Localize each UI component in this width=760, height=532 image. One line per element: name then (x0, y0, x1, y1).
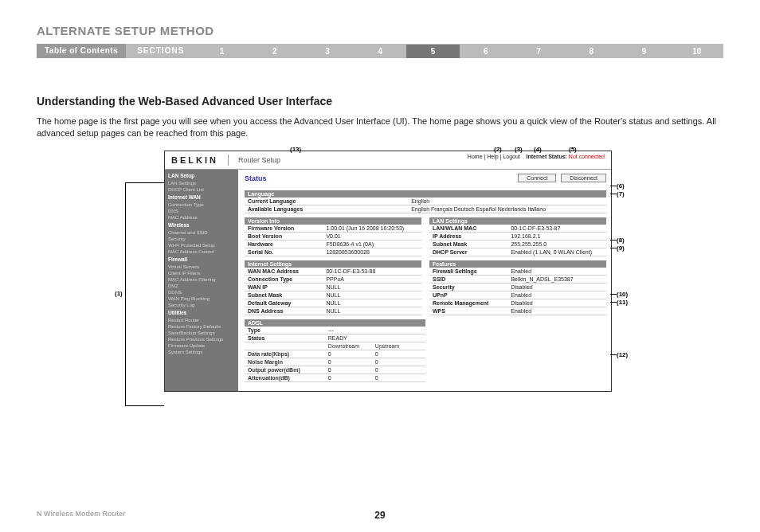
brand-logo: BELKIN (171, 155, 218, 165)
section-header: Language (245, 190, 606, 198)
sidebar-item[interactable]: Restore Factory Defaults (165, 323, 238, 330)
section-features: FeaturesFirewall SettingsEnabledSSIDBelk… (429, 260, 606, 315)
router-header: BELKIN Router Setup Home | Help | Logout… (165, 151, 611, 170)
sidebar-item[interactable]: Client IP Filters (165, 270, 238, 276)
connect-button[interactable]: Connect (518, 174, 556, 182)
sidebar-item[interactable]: Virtual Servers (165, 264, 238, 270)
nav-section-9[interactable]: 9 (617, 45, 670, 58)
table-row: StatusREADY (245, 334, 425, 342)
internet-status-value: Not connected (569, 154, 605, 159)
callout-9: (9) (617, 244, 625, 252)
sidebar-heading: Internet WAN (165, 193, 238, 201)
table-row: HardwareF5D8636-4 v1 (0A) (245, 241, 421, 248)
section-header: Features (429, 260, 606, 268)
body-text: The home page is the first page you will… (37, 115, 723, 139)
section-header: Internet Settings (245, 260, 421, 268)
section-language: LanguageCurrent LanguageEnglishAvailable… (245, 190, 606, 213)
table-row: Firewall SettingsEnabled (429, 268, 606, 276)
sidebar-heading: LAN Setup (165, 171, 238, 180)
router-content: Status Connect Disconnect LanguageCurren… (238, 170, 611, 391)
sidebar-heading: Utilities (165, 308, 238, 317)
table-row: Subnet Mask255.255.255.0 (429, 241, 606, 248)
nav-section-10[interactable]: 10 (671, 45, 723, 58)
footer-product: N Wireless Modem Router (37, 510, 125, 518)
internet-status-label: Internet Status: (527, 154, 567, 159)
table-row: DNS AddressNULL (245, 307, 421, 315)
table-row: DHCP ServerEnabled (1 LAN, 0 WLAN Client… (429, 248, 606, 256)
callout-1: (1) (115, 290, 123, 297)
nav-section-3[interactable]: 3 (301, 45, 354, 58)
section-lan-settings: LAN SettingsLAN/WLAN MAC00-1C-DF-E3-53-8… (429, 217, 606, 256)
table-row: Subnet MaskNULL (245, 291, 421, 299)
sidebar-item[interactable]: DNS (165, 208, 238, 214)
nav-numbers: 12345678910 (195, 44, 723, 58)
table-row: Firmware Version1.00.01 (Jun 16 2008 16:… (245, 225, 421, 233)
table-row: UPnPEnabled (429, 291, 606, 299)
disconnect-button[interactable]: Disconnect (561, 174, 606, 182)
sidebar-item[interactable]: LAN Settings (165, 180, 238, 186)
callout-11: (11) (617, 299, 628, 306)
table-row: SecurityDisabled (429, 284, 606, 291)
divider (228, 155, 229, 166)
table-row: WAN IPNULL (245, 284, 421, 291)
sidebar-item[interactable]: Connection Type (165, 201, 238, 208)
sidebar-item[interactable]: Wi-Fi Protected Setup (165, 242, 238, 248)
sidebar-item[interactable]: MAC Address Filtering (165, 276, 238, 283)
table-row: Type--- (245, 327, 425, 334)
table-row: Data rate(Kbps)00 (245, 350, 425, 358)
section-version-info: Version InfoFirmware Version1.00.01 (Jun… (245, 217, 421, 256)
nav-section-4[interactable]: 4 (354, 45, 406, 58)
sidebar-item[interactable]: Restore Previous Settings (165, 336, 238, 342)
table-row: WAN MAC Address00-1C-DF-E3-53-88 (245, 268, 421, 276)
sidebar-item[interactable]: Firmware Update (165, 342, 238, 349)
table-row: Current LanguageEnglish (245, 198, 606, 205)
nav-section-1[interactable]: 1 (195, 45, 248, 58)
sidebar-item[interactable]: Restart Router (165, 317, 238, 323)
table-row: Default GatewayNULL (245, 299, 421, 307)
table-row: SSIDBelkin_N_ADSL_E35387 (429, 276, 606, 284)
table-row: Serial No.12820853600028 (245, 248, 421, 256)
subsection-heading: Understanding the Web-Based Advanced Use… (37, 95, 723, 108)
sidebar-heading: Wireless (165, 221, 238, 229)
nav-section-2[interactable]: 2 (249, 45, 301, 58)
nav-section-5[interactable]: 5 (406, 45, 459, 58)
table-row: Output power(dBm)00 (245, 366, 425, 374)
table-row: Connection TypePPPoA (245, 276, 421, 284)
table-row: Attenuation(dB)00 (245, 374, 425, 382)
top-links-text[interactable]: Home | Help | Logout (468, 154, 520, 159)
nav-toc[interactable]: Table of Contents (37, 44, 126, 58)
sidebar-item[interactable]: Save/Backup Settings (165, 330, 238, 336)
callout-10: (10) (617, 291, 628, 298)
nav-strip: Table of Contents SECTIONS 12345678910 (37, 44, 723, 58)
sidebar-item[interactable]: DMZ (165, 283, 238, 289)
sidebar-item[interactable]: DHCP Client List (165, 186, 238, 193)
sidebar-item[interactable]: MAC Address (165, 214, 238, 221)
sidebar-item[interactable]: MAC Address Control (165, 248, 238, 255)
sidebar-item[interactable]: DDNS (165, 289, 238, 295)
router-ui-screenshot: BELKIN Router Setup Home | Help | Logout… (164, 151, 612, 392)
nav-section-7[interactable]: 7 (512, 45, 565, 58)
callout-12: (12) (617, 351, 628, 358)
nav-sections-label: SECTIONS (126, 44, 195, 58)
status-heading: Status (245, 174, 267, 182)
sidebar-item[interactable]: WAN Ping Blocking (165, 295, 238, 302)
section-internet-settings: Internet SettingsWAN MAC Address00-1C-DF… (245, 260, 421, 315)
sidebar-item[interactable]: Security (165, 236, 238, 242)
table-row: Available LanguagesEnglish Français Deut… (245, 205, 606, 213)
top-links[interactable]: Home | Help | Logout Internet Status: No… (468, 154, 605, 159)
sidebar-item[interactable]: Security Log (165, 302, 238, 308)
sidebar-item[interactable]: Channel and SSID (165, 229, 238, 236)
adsl-column-headers: DownstreamUpstream (245, 342, 425, 350)
sidebar-item[interactable]: System Settings (165, 349, 238, 355)
nav-section-8[interactable]: 8 (565, 45, 617, 58)
callout-7: (7) (617, 190, 625, 198)
section-header: Version Info (245, 217, 421, 225)
page-title: ALTERNATE SETUP METHOD (37, 24, 723, 37)
page-number: 29 (374, 510, 385, 521)
table-row: WPSEnabled (429, 307, 606, 315)
table-row: Noise Margin00 (245, 358, 425, 366)
section-adsl: ADSLType---StatusREADYDownstreamUpstream… (245, 319, 425, 382)
table-row: Boot VersionV0.01 (245, 233, 421, 241)
nav-section-6[interactable]: 6 (460, 45, 512, 58)
section-header: LAN Settings (429, 217, 606, 225)
